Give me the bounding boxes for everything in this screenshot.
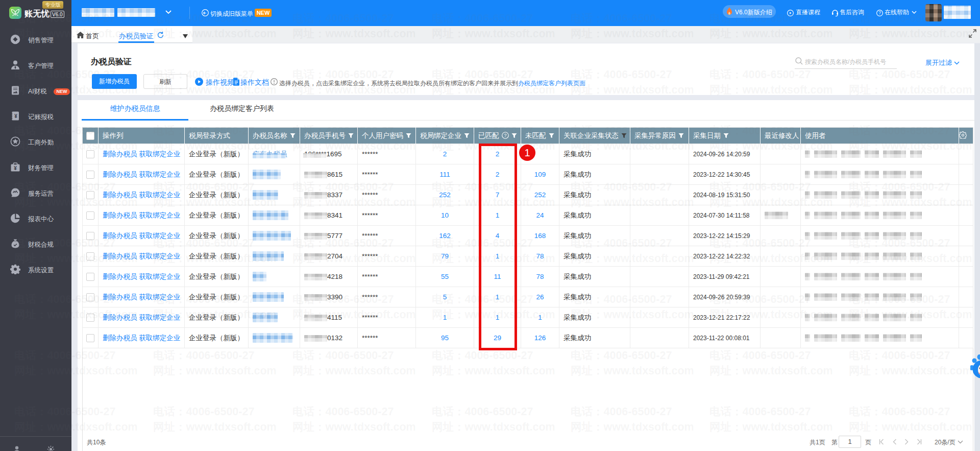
svg-text:?: ? [878,10,881,15]
svg-text:?: ? [504,133,506,138]
svg-text:¥: ¥ [14,113,17,119]
svg-text:¥: ¥ [14,165,17,171]
